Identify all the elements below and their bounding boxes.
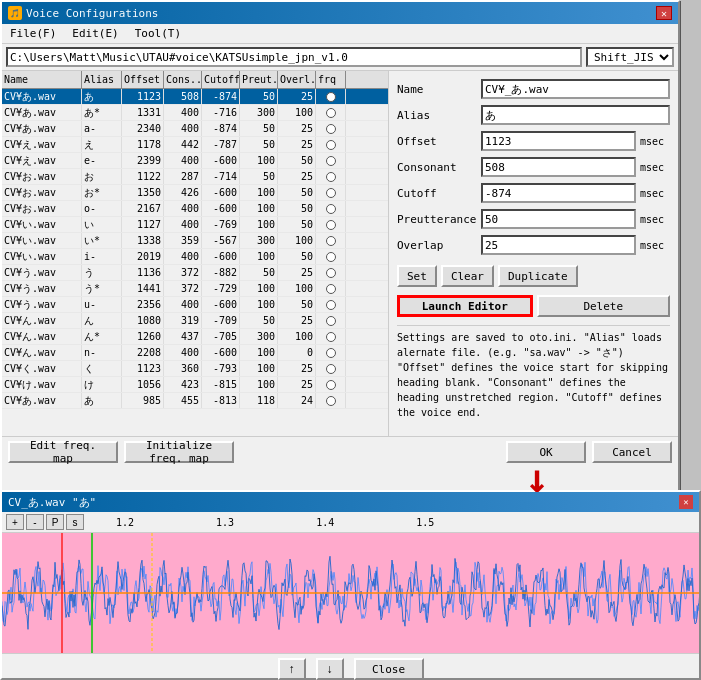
cell-overl: 50 [278, 297, 316, 312]
wave-title-bar: CV_あ.wav "あ" ✕ [2, 492, 699, 512]
cell-overl: 100 [278, 233, 316, 248]
button-row-1: Set Clear Duplicate [397, 265, 670, 287]
menu-tool[interactable]: Tool(T) [131, 26, 185, 41]
cell-preut: 100 [240, 345, 278, 360]
delete-button[interactable]: Delete [537, 295, 671, 317]
cell-preut: 100 [240, 249, 278, 264]
launch-editor-button[interactable]: Launch Editor [397, 295, 533, 317]
cell-frq [316, 137, 346, 152]
cell-frq [316, 265, 346, 280]
cancel-button[interactable]: Cancel [592, 441, 672, 463]
init-freq-map-button[interactable]: Initialize freq. map [124, 441, 234, 463]
wave-title: CV_あ.wav "あ" [8, 495, 96, 510]
unit-preutterance: msec [640, 214, 670, 225]
col-offset: Offset [122, 71, 164, 88]
close-wave-button[interactable]: Close [354, 658, 424, 680]
cell-offset: 1350 [122, 185, 164, 200]
navigate-down-button[interactable]: ↓ [316, 658, 344, 680]
cell-alias: い [82, 217, 122, 232]
cell-cutoff: -600 [202, 297, 240, 312]
cell-frq [316, 329, 346, 344]
input-alias[interactable] [481, 105, 670, 125]
table-row[interactable]: CV¥け.wav け 1056 423 -815 100 25 [2, 377, 388, 393]
col-cons: Cons... [164, 71, 202, 88]
table-row[interactable]: CV¥ん.wav ん* 1260 437 -705 300 100 [2, 329, 388, 345]
cell-offset: 1260 [122, 329, 164, 344]
cell-name: CV¥ん.wav [2, 313, 82, 328]
cell-name: CV¥く.wav [2, 361, 82, 376]
cell-preut: 300 [240, 233, 278, 248]
field-cutoff-row: Cutoff msec [397, 183, 670, 203]
zoom-in-button[interactable]: + [6, 514, 24, 530]
table-row[interactable]: CV¥う.wav う* 1441 372 -729 100 100 [2, 281, 388, 297]
table-row[interactable]: CV¥お.wav お 1122 287 -714 50 25 [2, 169, 388, 185]
table-row[interactable]: CV¥あ.wav あ 985 455 -813 118 24 [2, 393, 388, 409]
info-text: Settings are saved to oto.ini. "Alias" l… [397, 325, 670, 420]
table-row[interactable]: CV¥お.wav o- 2167 400 -600 100 50 [2, 201, 388, 217]
clear-button[interactable]: Clear [441, 265, 494, 287]
cell-overl: 24 [278, 393, 316, 408]
cell-overl: 25 [278, 137, 316, 152]
input-overlap[interactable] [481, 235, 636, 255]
cell-cutoff: -714 [202, 169, 240, 184]
cell-preut: 100 [240, 281, 278, 296]
cell-frq [316, 313, 346, 328]
input-name[interactable] [481, 79, 670, 99]
table-row[interactable]: CV¥え.wav え 1178 442 -787 50 25 [2, 137, 388, 153]
cell-preut: 118 [240, 393, 278, 408]
main-content: Name Alias Offset Cons... Cutoff Preut..… [2, 71, 678, 436]
cell-offset: 985 [122, 393, 164, 408]
main-close-button[interactable]: ✕ [656, 6, 672, 20]
cell-frq [316, 249, 346, 264]
table-row[interactable]: CV¥あ.wav あ* 1331 400 -716 300 100 [2, 105, 388, 121]
table-row[interactable]: CV¥ん.wav n- 2208 400 -600 100 0 [2, 345, 388, 361]
mode-s-button[interactable]: s [66, 514, 84, 530]
table-row[interactable]: CV¥あ.wav a- 2340 400 -874 50 25 [2, 121, 388, 137]
cell-cons: 423 [164, 377, 202, 392]
cell-cutoff: -815 [202, 377, 240, 392]
menu-file[interactable]: File(F) [6, 26, 60, 41]
table-row[interactable]: CV¥い.wav い* 1338 359 -567 300 100 [2, 233, 388, 249]
cell-name: CV¥あ.wav [2, 393, 82, 408]
input-consonant[interactable] [481, 157, 636, 177]
cell-frq [316, 281, 346, 296]
cell-offset: 1178 [122, 137, 164, 152]
cell-overl: 25 [278, 121, 316, 136]
table-row[interactable]: CV¥い.wav i- 2019 400 -600 100 50 [2, 249, 388, 265]
cell-preut: 100 [240, 377, 278, 392]
input-cutoff[interactable] [481, 183, 636, 203]
cell-offset: 2019 [122, 249, 164, 264]
table-row[interactable]: CV¥え.wav e- 2399 400 -600 100 50 [2, 153, 388, 169]
table-row[interactable]: CV¥お.wav お* 1350 426 -600 100 50 [2, 185, 388, 201]
col-preut: Preut... [240, 71, 278, 88]
table-row[interactable]: CV¥ん.wav ん 1080 319 -709 50 25 [2, 313, 388, 329]
navigate-up-button[interactable]: ↑ [278, 658, 306, 680]
cell-name: CV¥お.wav [2, 169, 82, 184]
edit-freq-map-button[interactable]: Edit freq. map [8, 441, 118, 463]
table-row[interactable]: CV¥う.wav う 1136 372 -882 50 25 [2, 265, 388, 281]
table-row[interactable]: CV¥く.wav く 1123 360 -793 100 25 [2, 361, 388, 377]
cell-offset: 2356 [122, 297, 164, 312]
cell-alias: う [82, 265, 122, 280]
waveform-display[interactable] [2, 533, 699, 653]
duplicate-button[interactable]: Duplicate [498, 265, 578, 287]
cell-preut: 50 [240, 313, 278, 328]
table-row[interactable]: CV¥う.wav u- 2356 400 -600 100 50 [2, 297, 388, 313]
time-marker-1: 1.2 [116, 517, 134, 528]
input-preutterance[interactable] [481, 209, 636, 229]
set-button[interactable]: Set [397, 265, 437, 287]
path-input[interactable] [6, 47, 582, 67]
table-row[interactable]: CV¥あ.wav あ 1123 508 -874 50 25 [2, 89, 388, 105]
wave-close-button[interactable]: ✕ [679, 495, 693, 509]
mode-p-button[interactable]: P [46, 514, 64, 530]
encoding-select[interactable]: Shift_JIS [586, 47, 674, 67]
cell-offset: 2208 [122, 345, 164, 360]
table-row[interactable]: CV¥い.wav い 1127 400 -769 100 50 [2, 217, 388, 233]
unit-consonant: msec [640, 162, 670, 173]
menu-edit[interactable]: Edit(E) [68, 26, 122, 41]
zoom-out-button[interactable]: - [26, 514, 44, 530]
field-consonant-row: Consonant msec [397, 157, 670, 177]
cell-frq [316, 377, 346, 392]
cell-preut: 50 [240, 169, 278, 184]
input-offset[interactable] [481, 131, 636, 151]
